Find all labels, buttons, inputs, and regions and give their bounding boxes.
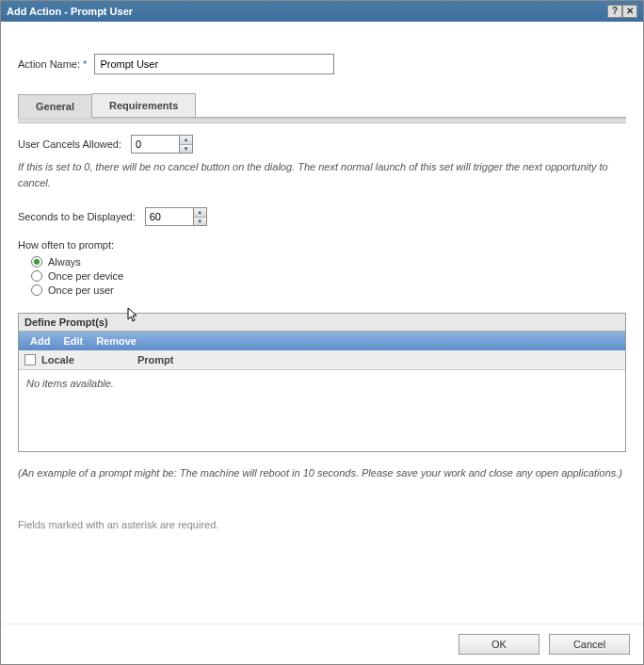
- action-name-input[interactable]: [94, 54, 334, 74]
- select-all-checkbox[interactable]: [24, 354, 36, 365]
- titlebar: Add Action - Prompt User ? ✕: [1, 1, 643, 22]
- prompt-frequency-group: How often to prompt: Always Once per dev…: [18, 239, 626, 296]
- toolbar-edit[interactable]: Edit: [63, 335, 83, 347]
- help-button[interactable]: ?: [607, 5, 622, 18]
- cancels-help-text: If this is set to 0, there will be no ca…: [18, 159, 626, 190]
- close-button[interactable]: ✕: [622, 5, 637, 18]
- radio-once-user-row[interactable]: Once per user: [31, 284, 626, 296]
- define-prompts-body: No items available.: [19, 370, 625, 451]
- cancels-spin-down[interactable]: ▼: [180, 145, 192, 154]
- required-fields-note: Fields marked with an asterisk are requi…: [18, 519, 626, 530]
- define-prompts-header: Define Prompt(s): [19, 314, 625, 332]
- prompt-frequency-label: How often to prompt:: [18, 239, 626, 251]
- example-note: (An example of a prompt might be: The ma…: [18, 465, 626, 481]
- cancel-button[interactable]: Cancel: [549, 634, 630, 655]
- titlebar-title: Add Action - Prompt User: [7, 6, 607, 17]
- radio-once-user-label: Once per user: [48, 284, 114, 296]
- column-locale[interactable]: Locale: [41, 354, 132, 365]
- titlebar-buttons: ? ✕: [607, 5, 637, 18]
- general-section: User Cancels Allowed: ▲ ▼ If this is set…: [18, 123, 626, 536]
- dialog-window: Add Action - Prompt User ? ✕ Action Name…: [0, 0, 644, 665]
- seconds-row: Seconds to be Displayed: ▲ ▼: [18, 207, 626, 226]
- seconds-spin-up[interactable]: ▲: [194, 208, 206, 218]
- cancels-input[interactable]: [131, 135, 180, 154]
- radio-once-device-label: Once per device: [48, 270, 123, 282]
- seconds-spinbox: ▲ ▼: [145, 207, 207, 226]
- radio-once-user[interactable]: [31, 284, 42, 296]
- cancels-spin-up[interactable]: ▲: [180, 136, 192, 145]
- radio-always[interactable]: [31, 256, 42, 268]
- toolbar-add[interactable]: Add: [30, 335, 50, 347]
- seconds-input[interactable]: [145, 207, 194, 226]
- required-asterisk: *: [83, 58, 87, 70]
- action-name-label: Action Name: *: [18, 58, 87, 70]
- dialog-buttons: OK Cancel: [1, 624, 643, 664]
- define-prompts-toolbar: Add Edit Remove: [19, 332, 625, 350]
- cancels-spinbox: ▲ ▼: [131, 135, 193, 154]
- radio-once-device-row[interactable]: Once per device: [31, 270, 626, 282]
- seconds-label: Seconds to be Displayed:: [18, 211, 136, 222]
- column-prompt[interactable]: Prompt: [137, 354, 174, 365]
- ok-button[interactable]: OK: [459, 634, 539, 655]
- radio-always-label: Always: [48, 256, 81, 268]
- define-prompts-columns: Locale Prompt: [19, 350, 625, 370]
- define-prompts-panel: Define Prompt(s) Add Edit Remove Locale …: [18, 313, 626, 452]
- toolbar-remove[interactable]: Remove: [96, 335, 137, 347]
- cancels-label: User Cancels Allowed:: [18, 138, 121, 150]
- cancels-spin-buttons: ▲ ▼: [180, 135, 193, 154]
- radio-always-row[interactable]: Always: [31, 256, 626, 268]
- seconds-spin-buttons: ▲ ▼: [194, 207, 207, 226]
- tab-requirements[interactable]: Requirements: [91, 93, 196, 117]
- action-name-row: Action Name: *: [18, 54, 626, 74]
- tab-bar: General Requirements: [18, 93, 626, 118]
- dialog-content: Action Name: * General Requirements User…: [1, 22, 643, 624]
- tab-general[interactable]: General: [18, 94, 92, 118]
- cancels-row: User Cancels Allowed: ▲ ▼: [18, 135, 626, 154]
- seconds-spin-down[interactable]: ▼: [194, 218, 206, 226]
- radio-once-device[interactable]: [31, 270, 42, 282]
